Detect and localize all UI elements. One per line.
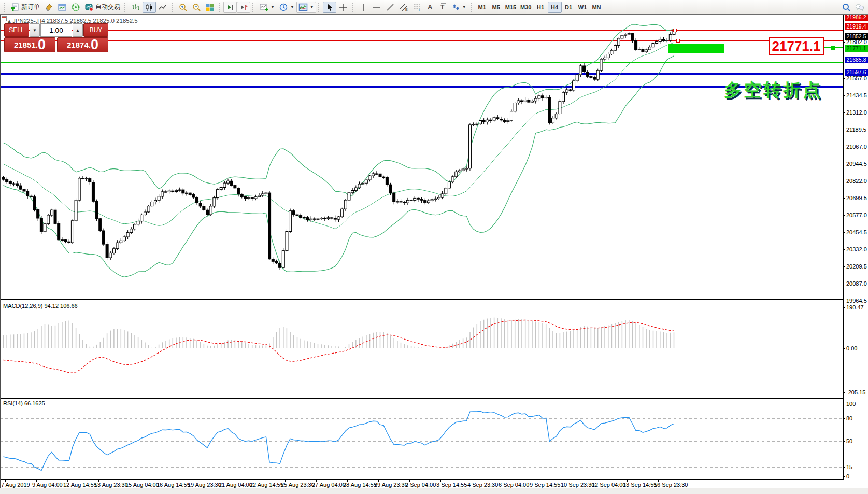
svg-text:E: E [405,8,408,11]
horizontal-line-tool-button[interactable] [370,2,383,13]
price-callout[interactable]: 21771.1 [769,37,824,55]
volume-down-button[interactable]: ▼ [30,23,40,37]
timeframe-m5[interactable]: M5 [489,2,503,13]
toolbar-grip[interactable] [4,3,6,12]
toolbar-grip[interactable] [124,3,127,12]
timeframe-d1[interactable]: D1 [562,2,576,13]
shift-chart-button[interactable] [223,2,237,13]
chart-window-button[interactable] [55,2,69,13]
line-chart-button[interactable] [156,2,169,13]
arrows-tool-button[interactable]: ▼ [449,2,468,13]
bar-chart-button[interactable] [129,2,143,13]
autotrading-icon [84,3,94,12]
date-tick-mark [316,479,317,482]
autotrading-button[interactable]: 自动交易 [82,2,122,13]
date-label: 7 Aug 2019 [1,482,30,488]
date-tick-mark [67,479,68,482]
timeframe-m1[interactable]: M1 [475,2,489,13]
tile-windows-icon [205,3,215,12]
equidistant-channel-tool-button[interactable]: E [397,2,410,13]
zoom-out-button[interactable] [190,2,203,13]
macd-tick-mark [843,392,845,393]
crosshair-tool-button[interactable] [336,2,350,13]
fibonacci-icon: F [412,3,422,12]
sell-button[interactable]: SELL [4,23,29,37]
line-chart-icon [158,3,167,12]
price-badge: 21771.1 [845,45,868,52]
macd-label: MACD(12,26,9) 94.12 106.66 [3,303,78,309]
search-button[interactable] [839,2,853,13]
timeframe-mn[interactable]: MN [590,2,604,13]
price-level-line-21919.4[interactable] [0,40,843,41]
date-label: 25 Aug 23:30 [281,482,315,488]
toolbar-grip[interactable] [172,3,174,12]
date-tick-mark [36,479,37,482]
date-label: 28 Aug 14:55 [343,482,377,488]
channel-icon: E [399,3,408,12]
toolbar-grip[interactable] [318,3,321,12]
date-label: 4 Sep 23:30 [467,482,498,488]
zoom-in-button[interactable] [176,2,190,13]
timeframe-w1[interactable]: W1 [576,2,590,13]
price-level-line-21597.6[interactable] [0,86,843,88]
template-icon [298,3,308,12]
price-tick-mark [843,181,845,181]
timeframe-m15[interactable]: M15 [503,2,518,13]
rsi-level-line [0,467,843,468]
date-label: 15 Aug 04:00 [125,482,159,488]
periods-button[interactable]: ▼ [277,2,296,13]
line-anchor-marker[interactable] [673,29,677,32]
green-line-anchor-marker[interactable] [831,46,835,50]
date-label: 19 Aug 23:30 [188,482,221,488]
tile-windows-button[interactable] [203,2,217,13]
auto-scroll-button[interactable] [237,2,250,13]
buy-price: 21874. [67,39,91,51]
cursor-tool-button[interactable] [323,2,336,13]
line-anchor-marker[interactable] [676,39,680,43]
price-level-line-21986.2[interactable] [0,30,843,31]
text-tool-button[interactable]: A [424,2,436,13]
price-tick-label: 21557.0 [846,75,867,81]
price-tick-mark [843,130,845,130]
buy-price-button[interactable]: 21874. 0 [57,37,108,52]
volume-up-button[interactable]: ▲ [73,23,83,37]
label-tool-icon: T [439,3,446,11]
highlight-rectangle[interactable] [668,44,724,53]
price-level-line-21685.8[interactable] [0,73,843,75]
buy-button[interactable]: BUY [83,23,108,37]
chevron-down-icon: ▼ [310,5,314,9]
annotation-text[interactable]: 多空转折点 [724,78,822,102]
date-tick-mark [378,479,379,482]
candlestick-button[interactable] [143,2,156,13]
toolbar-grip[interactable] [252,3,255,12]
timeframe-m30[interactable]: M30 [518,2,533,13]
toolbar-grip[interactable] [471,3,473,12]
styler-icon [44,3,53,12]
new-order-icon [10,3,20,12]
timeframe-h4[interactable]: H4 [548,2,562,13]
text-label-tool-button[interactable]: T [436,2,449,13]
price-tick-mark [843,232,845,233]
signals-button[interactable] [69,2,82,13]
chat-button[interactable] [853,2,866,13]
chart-window-icon [58,3,67,12]
rsi-pane-separator[interactable] [0,397,843,399]
trendline-tool-button[interactable] [383,2,397,13]
toolbar-grip[interactable] [219,3,221,12]
styler-button[interactable] [42,2,55,13]
macd-pane-separator[interactable] [0,299,843,301]
date-label: 12 Sep 04:00 [592,482,625,488]
template-button[interactable]: ▼ [296,2,316,13]
volume-input[interactable] [40,23,72,37]
timeframe-h1[interactable]: H1 [534,2,548,13]
price-level-line-21771.1[interactable] [0,62,843,63]
sell-price-button[interactable]: 21851. 0 [4,37,55,52]
chevron-down-icon: ▼ [290,5,294,9]
toolbar-grip[interactable] [352,3,354,12]
vertical-line-tool-button[interactable] [357,2,370,13]
new-order-button[interactable]: 新订单 [8,2,42,13]
text-tool-icon: A [428,3,432,11]
add-indicator-button[interactable]: ▼ [257,2,277,13]
bar-chart-icon [131,3,140,12]
fibonacci-tool-button[interactable]: F [410,2,424,13]
